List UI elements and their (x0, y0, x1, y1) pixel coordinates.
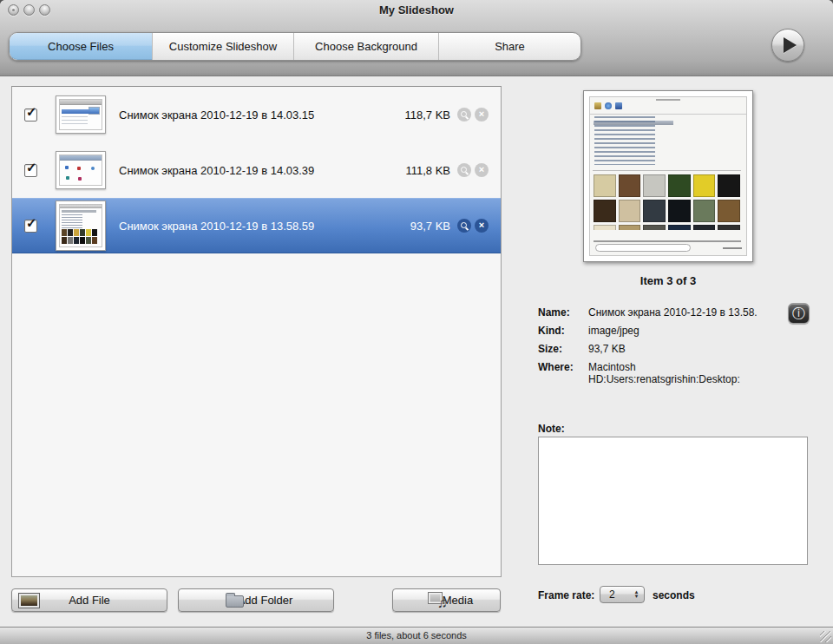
preview-magnifier-icon[interactable] (457, 219, 471, 233)
window-chrome: My Slideshow Choose Files Customize Slid… (0, 0, 833, 76)
file-row-selected[interactable]: ✓ Снимок экрана 2010-12-19 в 13.58.59 93… (12, 198, 501, 253)
frame-rate-stepper[interactable]: 2 ▲▼ (600, 586, 645, 603)
check-icon: ✓ (26, 104, 37, 120)
where-value: Macintosh HD:Users:renatsgrishin:Desktop… (588, 361, 790, 385)
tab-customize-slideshow[interactable]: Customize Slideshow (153, 33, 294, 60)
file-thumbnail (56, 151, 106, 189)
where-label: Where: (538, 361, 588, 385)
preview-magnifier-icon[interactable] (457, 108, 471, 122)
frame-rate-value: 2 (600, 588, 632, 601)
add-folder-label: Add Folder (238, 594, 293, 607)
add-folder-button[interactable]: Add Folder (178, 588, 334, 612)
resize-grip-icon[interactable] (820, 631, 831, 642)
name-value: Снимок экрана 2010-12-19 в 13.58. (588, 306, 790, 319)
file-checkbox[interactable]: ✓ (24, 220, 37, 233)
info-button[interactable]: ⓘ (788, 303, 810, 324)
file-name: Снимок экрана 2010-12-19 в 14.03.15 (119, 108, 314, 122)
file-row[interactable]: ✓ Снимок экрана 2010-12-19 в 14.03.15 11… (12, 87, 501, 142)
remove-file-icon[interactable]: × (475, 108, 489, 122)
frame-rate-unit: seconds (653, 589, 695, 601)
size-label: Size: (538, 343, 588, 355)
file-thumbnail (56, 95, 106, 134)
info-icon: ⓘ (792, 306, 805, 320)
stepper-arrows-icon: ▲▼ (632, 590, 644, 599)
file-name: Снимок экрана 2010-12-19 в 13.58.59 (119, 220, 314, 233)
check-icon: ✓ (26, 160, 37, 175)
preview-mini-scrollbar (594, 240, 741, 242)
preview-mini-searchfield (595, 244, 691, 252)
file-name: Снимок экрана 2010-12-19 в 14.03.39 (119, 164, 314, 177)
remove-file-icon[interactable]: × (475, 219, 489, 233)
tab-share[interactable]: Share (439, 33, 580, 60)
tab-bar: Choose Files Customize Slideshow Choose … (9, 32, 581, 61)
app-window: My Slideshow Choose Files Customize Slid… (0, 0, 833, 644)
check-icon: ✓ (26, 215, 37, 231)
file-row[interactable]: ✓ Снимок экрана 2010-12-19 в 14.03.39 11… (12, 142, 501, 198)
kind-value: image/jpeg (588, 325, 790, 337)
status-text: 3 files, about 6 seconds (366, 630, 467, 641)
kind-label: Kind: (538, 325, 588, 337)
name-label: Name: (538, 306, 588, 319)
file-checkbox[interactable]: ✓ (24, 164, 37, 177)
status-bar: 3 files, about 6 seconds (0, 627, 833, 644)
size-value: 93,7 KB (588, 343, 790, 355)
preview-image (589, 96, 747, 256)
folder-icon (226, 595, 244, 608)
add-file-label: Add File (69, 594, 110, 607)
file-list[interactable]: ✓ Снимок экрана 2010-12-19 в 14.03.15 11… (11, 86, 502, 577)
play-slideshow-button[interactable] (771, 29, 804, 62)
note-label: Note: (538, 423, 565, 435)
play-icon (784, 37, 797, 53)
media-icon: ♫ (426, 592, 449, 608)
preview-mini-toolbar (594, 102, 622, 109)
tab-choose-background[interactable]: Choose Background (294, 33, 439, 60)
window-title: My Slideshow (0, 3, 833, 16)
add-file-button[interactable]: Add File (11, 588, 167, 612)
file-size: 111,8 KB (405, 164, 450, 177)
tab-choose-files[interactable]: Choose Files (10, 33, 153, 60)
note-input[interactable] (538, 437, 808, 565)
preview-mini-sidebar (594, 116, 655, 165)
file-thumbnail (56, 200, 106, 251)
file-checkbox[interactable]: ✓ (24, 108, 37, 122)
media-button[interactable]: ♫ Media (392, 588, 501, 612)
preview-photo-grid (594, 174, 740, 230)
photo-icon (18, 593, 40, 608)
preview-frame (583, 90, 753, 262)
file-details: Name:Снимок экрана 2010-12-19 в 13.58. K… (538, 306, 790, 391)
remove-file-icon[interactable]: × (475, 163, 489, 177)
frame-rate-label: Frame rate: (538, 589, 594, 601)
preview-magnifier-icon[interactable] (457, 163, 471, 177)
file-size: 93,7 KB (410, 220, 450, 233)
file-size: 118,7 KB (404, 108, 450, 122)
preview-mini-count (723, 247, 742, 249)
item-counter: Item 3 of 3 (583, 274, 753, 287)
